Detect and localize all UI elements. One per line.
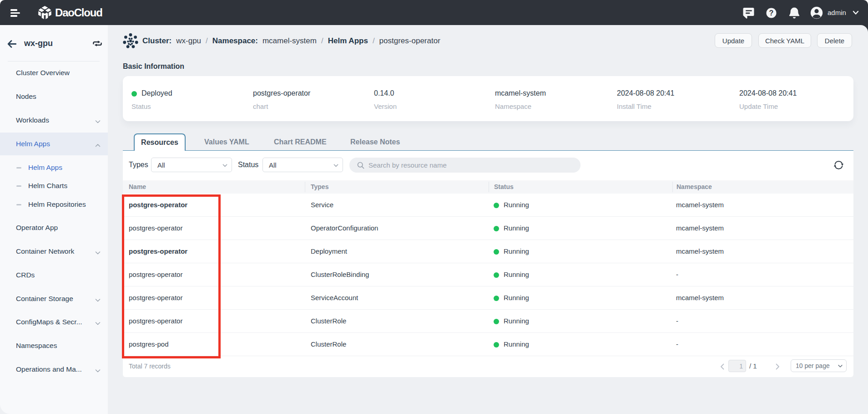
svg-text:?: ?	[769, 9, 774, 17]
